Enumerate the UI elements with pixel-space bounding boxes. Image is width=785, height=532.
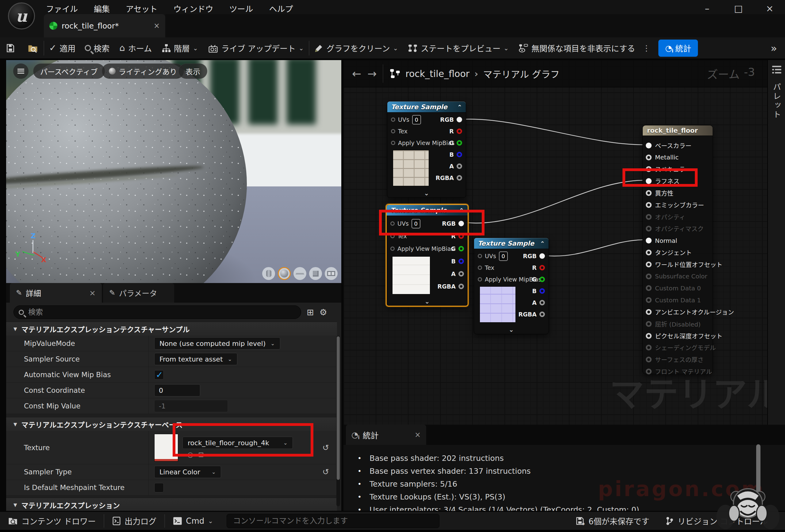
- lit-mode-button[interactable]: ライティングあり: [102, 64, 184, 79]
- pin-out-g[interactable]: G: [532, 275, 545, 284]
- tab-parameters[interactable]: ✎ パラメータ: [103, 283, 174, 303]
- expand-node-icon[interactable]: ⌄: [474, 326, 549, 333]
- output-log-button[interactable]: 出力ログ: [104, 515, 164, 527]
- sampler-type-dropdown[interactable]: Linear Color ⌄: [154, 466, 221, 478]
- pin-out-rgba[interactable]: RGBA: [518, 310, 545, 319]
- pin-pixel-depth-offset[interactable]: ピクセル深度オフセット: [643, 330, 713, 342]
- palette-sidebar[interactable]: パレット: [767, 60, 785, 425]
- hide-unrelated-button[interactable]: 無関係な項目を非表示にする: [514, 42, 640, 54]
- clean-graph-button[interactable]: グラフをクリーン ⌄: [309, 42, 403, 54]
- cmd-dropdown[interactable]: Cmd ⌄: [165, 516, 221, 526]
- pin-anisotropy[interactable]: 異方性: [643, 187, 713, 199]
- nav-back-icon[interactable]: ←: [352, 68, 361, 80]
- pin-out-a[interactable]: A: [449, 161, 462, 171]
- menu-edit[interactable]: 編集: [94, 3, 110, 14]
- tab-details[interactable]: ✎ 詳細 ×: [10, 283, 102, 303]
- preview-viewport[interactable]: パースペクティブ ライティングあり 表示 Z Y X: [6, 60, 341, 283]
- pin-out-g[interactable]: G: [449, 138, 462, 148]
- maximize-button[interactable]: □: [732, 3, 744, 14]
- browse-asset-icon[interactable]: [28, 43, 38, 53]
- pin-tex[interactable]: Tex: [391, 127, 407, 136]
- pin-out-r[interactable]: R: [532, 263, 545, 272]
- pin-apply-view-mipbias[interactable]: Apply View MipBias: [390, 244, 454, 253]
- stats-tab-close-icon[interactable]: ×: [414, 431, 421, 439]
- collapse-node-icon[interactable]: ⌃: [540, 240, 545, 247]
- details-tab-close-icon[interactable]: ×: [89, 288, 96, 298]
- details-scrollbar[interactable]: [336, 336, 340, 506]
- pin-uvs[interactable]: UVs 0: [391, 115, 421, 124]
- pin-out-a[interactable]: A: [532, 298, 545, 307]
- viewport-menu-button[interactable]: [13, 64, 28, 79]
- home-button[interactable]: ⌂ ホーム: [115, 42, 157, 54]
- menu-file[interactable]: ファイル: [46, 3, 78, 14]
- pin-emissive[interactable]: エミッシブカラー: [643, 199, 713, 211]
- meshpaint-checkbox[interactable]: [154, 483, 164, 492]
- close-button[interactable]: ×: [763, 3, 776, 14]
- reset-to-default-icon[interactable]: ↺: [322, 443, 329, 452]
- expand-node-icon[interactable]: ⌄: [387, 189, 466, 197]
- pin-out-g[interactable]: G: [451, 244, 464, 253]
- pin-metallic[interactable]: Metallic: [643, 151, 713, 163]
- search-button[interactable]: 検索: [80, 42, 115, 54]
- shape-cube-button[interactable]: [309, 267, 322, 280]
- shape-plane-button[interactable]: [294, 267, 306, 280]
- nav-forward-icon[interactable]: →: [368, 68, 377, 80]
- pin-out-r[interactable]: R: [449, 127, 462, 136]
- content-drawer-button[interactable]: コンテンツ ドロワー: [0, 515, 104, 527]
- mip-value-mode-dropdown[interactable]: None (use computed mip level) ⌄: [154, 337, 280, 350]
- pin-out-rgba[interactable]: RGBA: [437, 282, 464, 291]
- reset-to-default-icon[interactable]: ↺: [322, 467, 329, 477]
- shape-cylinder-button[interactable]: [262, 267, 275, 280]
- pin-out-rgba[interactable]: RGBA: [436, 173, 462, 182]
- pin-uvs[interactable]: UVs 0: [478, 251, 508, 261]
- node-material-result[interactable]: rock_tile_floor ベースカラー Metallic スペキュラ ラフ…: [642, 125, 713, 374]
- details-search-field[interactable]: [14, 305, 301, 319]
- pin-ambient-occlusion[interactable]: アンビエントオクルージョン: [643, 306, 713, 318]
- uv-channel-value[interactable]: 0: [499, 251, 508, 261]
- pin-opacity[interactable]: オパシティ: [643, 211, 713, 223]
- breadcrumb-root[interactable]: rock_tile_floor: [405, 68, 470, 79]
- minimize-button[interactable]: –: [701, 3, 713, 14]
- pin-shading-model[interactable]: シェーディングモデル: [643, 342, 713, 354]
- pin-opacity-mask[interactable]: オパシティマスク: [643, 223, 713, 235]
- menu-help[interactable]: ヘルプ: [269, 3, 293, 14]
- asset-tab-rock-tile-floor[interactable]: rock_tile_floor* ×: [44, 14, 165, 37]
- tab-close-icon[interactable]: ×: [154, 22, 160, 30]
- pin-surface-thickness[interactable]: サーフェスの厚さ: [643, 354, 713, 365]
- sampler-source-dropdown[interactable]: From texture asset ⌄: [154, 353, 237, 365]
- expand-node-icon[interactable]: ⌄: [387, 298, 467, 305]
- pin-custom-data-0[interactable]: Custom Data 0: [643, 282, 713, 294]
- live-update-button[interactable]: ライブ アップデート ⌄: [203, 42, 309, 54]
- show-button[interactable]: 表示: [178, 64, 207, 79]
- display-filter-icon[interactable]: ⊞: [307, 307, 314, 318]
- shape-sphere-button[interactable]: [278, 267, 291, 280]
- more-options-icon[interactable]: ⋮: [640, 44, 653, 53]
- menu-window[interactable]: ウィンドウ: [174, 3, 213, 14]
- pin-out-rgb[interactable]: RGB: [440, 115, 462, 124]
- const-coordinate-input[interactable]: [154, 384, 200, 397]
- perspective-button[interactable]: パースペクティブ: [33, 64, 105, 79]
- apply-button[interactable]: ✓ 適用: [44, 42, 80, 54]
- pin-base-color[interactable]: ベースカラー: [643, 140, 713, 151]
- tab-stats[interactable]: ◔i 統計 ×: [346, 425, 426, 445]
- pin-world-position-offset[interactable]: ワールド位置オフセット: [643, 258, 713, 271]
- console-command-input[interactable]: [232, 516, 434, 526]
- details-search-input[interactable]: [28, 308, 296, 317]
- hierarchy-button[interactable]: 階層 ⌄: [157, 42, 203, 54]
- pin-subsurface-color[interactable]: Subsurface Color: [643, 271, 713, 282]
- pin-apply-view-mipbias[interactable]: Apply View MipBias: [391, 138, 454, 148]
- pin-refraction[interactable]: 屈折 (Disabled): [643, 318, 713, 330]
- pin-out-rgb[interactable]: RGB: [523, 251, 545, 261]
- palette-tab-label[interactable]: パレット: [771, 83, 782, 120]
- section-material-expression[interactable]: ▼ マテリアルエクスプレッション: [6, 498, 337, 511]
- stats-button[interactable]: ◔i 統計: [658, 40, 698, 57]
- settings-gear-icon[interactable]: ⚙: [319, 307, 327, 318]
- pin-custom-data-1[interactable]: Custom Data 1: [643, 294, 713, 306]
- breadcrumb-current[interactable]: マテリアル グラフ: [483, 67, 559, 80]
- menu-asset[interactable]: アセット: [126, 3, 157, 14]
- const-mip-value-input[interactable]: [154, 400, 228, 412]
- section-texture-sample[interactable]: ▼ マテリアルエクスプレッションテクスチャーサンプル: [6, 322, 337, 336]
- node-texture-sample-normal[interactable]: Texture Sample ⌃ UVs 0 Tex Apply View Mi…: [474, 238, 549, 334]
- menu-tools[interactable]: ツール: [229, 3, 253, 14]
- pin-tex[interactable]: Tex: [478, 263, 494, 272]
